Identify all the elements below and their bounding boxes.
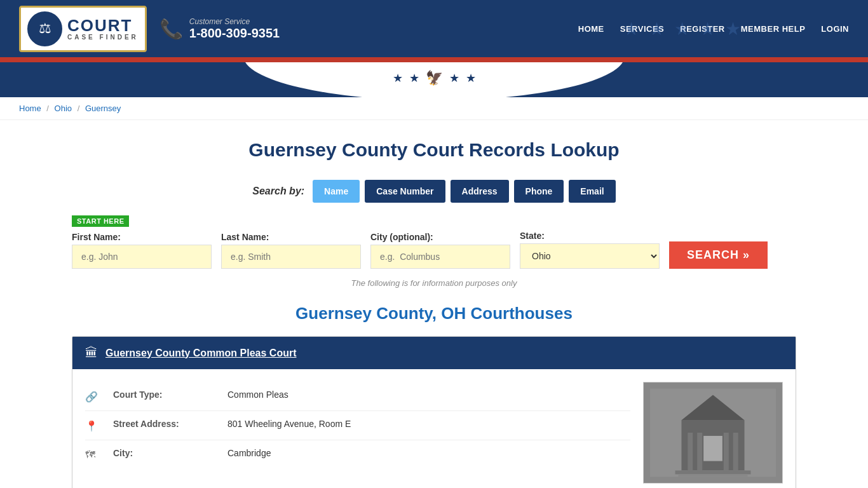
location-icon: 📍 xyxy=(85,420,100,432)
state-select[interactable]: OhioAlabamaAlaskaArizonaArkansasCaliforn… xyxy=(520,243,660,269)
city-group: City (optional): xyxy=(370,232,510,269)
svg-rect-10 xyxy=(679,474,748,477)
start-here-badge: START HERE xyxy=(72,215,129,227)
nav-home[interactable]: HOME xyxy=(578,24,604,34)
search-submit-button[interactable]: SEARCH » xyxy=(669,241,768,269)
svg-rect-6 xyxy=(724,433,729,470)
nav-member-help[interactable]: MEMBER HELP xyxy=(741,24,806,34)
logo[interactable]: ⚖ COURT CASE FINDER xyxy=(19,6,147,52)
svg-rect-7 xyxy=(733,433,738,470)
red-bar xyxy=(0,57,868,62)
header-left: ⚖ COURT CASE FINDER 📞 Customer Service 1… xyxy=(19,6,280,52)
courthouse-header: 🏛 Guernsey County Common Pleas Court xyxy=(72,337,796,369)
courthouse-type-icon: 🔗 xyxy=(85,391,100,403)
breadcrumb-ohio[interactable]: Ohio xyxy=(55,104,72,113)
breadcrumb: Home / Ohio / Guernsey xyxy=(0,97,868,120)
info-row-address: 📍 Street Address: 801 Wheeling Avenue, R… xyxy=(85,411,630,440)
nav-login[interactable]: LOGIN xyxy=(821,24,849,34)
breadcrumb-guernsey[interactable]: Guernsey xyxy=(85,104,121,113)
courthouse-card: 🏛 Guernsey County Common Pleas Court 🔗 C… xyxy=(72,336,796,488)
main-content: Guernsey County Court Records Lookup Sea… xyxy=(53,120,815,488)
last-name-group: Last Name: xyxy=(221,232,361,269)
logo-title: COURT xyxy=(67,17,139,34)
star-icon: ★ xyxy=(674,18,690,39)
court-type-value: Common Pleas xyxy=(227,390,288,400)
courthouse-name-link[interactable]: Guernsey County Common Pleas Court xyxy=(105,348,297,359)
courthouse-image-placeholder xyxy=(644,383,782,483)
svg-rect-4 xyxy=(688,433,693,470)
last-name-input[interactable] xyxy=(221,245,361,269)
city-label: City (optional): xyxy=(370,232,510,242)
cs-text: Customer Service 1-800-309-9351 xyxy=(189,17,280,41)
court-type-label: Court Type: xyxy=(113,390,215,400)
info-row-city: 🗺 City: Cambridge xyxy=(85,440,630,468)
building-icon: 🏛 xyxy=(85,346,98,360)
logo-subtitle: CASE FINDER xyxy=(67,34,139,41)
state-group: State: OhioAlabamaAlaskaArizonaArkansasC… xyxy=(520,231,660,269)
search-by-address[interactable]: Address xyxy=(451,180,509,203)
cs-label: Customer Service xyxy=(189,17,280,26)
star-icon: ★ xyxy=(725,18,741,39)
city-icon: 🗺 xyxy=(85,449,100,461)
first-name-group: First Name: xyxy=(72,232,212,269)
courthouse-image xyxy=(643,382,783,484)
search-by-email[interactable]: Email xyxy=(569,180,615,203)
address-value: 801 Wheeling Avenue, Room E xyxy=(227,419,351,429)
star-icon: ★ xyxy=(700,18,715,39)
scales-icon: ⚖ xyxy=(39,20,51,37)
eagle-icon: 🦅 xyxy=(426,70,443,86)
page-title: Guernsey County Court Records Lookup xyxy=(72,139,796,161)
header-stars: ★ ★ ★ ★ ★ xyxy=(623,0,741,57)
search-by-row: Search by: Name Case Number Address Phon… xyxy=(72,180,796,203)
cs-phone: 1-800-309-9351 xyxy=(189,26,280,41)
search-form-row: First Name: Last Name: City (optional): … xyxy=(72,231,796,269)
state-label: State: xyxy=(520,231,660,241)
courthouses-title: Guernsey County, OH Courthouses xyxy=(72,304,796,323)
star-icon: ★ xyxy=(649,18,665,39)
search-by-case-number[interactable]: Case Number xyxy=(365,180,445,203)
site-header: ★ ★ ★ ★ ★ ⚖ COURT CASE FINDER 📞 Cus xyxy=(0,0,868,97)
logo-text: COURT CASE FINDER xyxy=(67,17,139,41)
star-icon: ★ xyxy=(623,18,639,39)
city-info-label: City: xyxy=(113,448,215,458)
first-name-input[interactable] xyxy=(72,245,212,269)
search-by-name[interactable]: Name xyxy=(313,180,360,203)
last-name-label: Last Name: xyxy=(221,232,361,242)
info-row-court-type: 🔗 Court Type: Common Pleas xyxy=(85,382,630,411)
wave-container: ★ ★ 🦅 ★ ★ xyxy=(0,62,868,97)
svg-rect-9 xyxy=(675,470,751,474)
breadcrumb-separator: / xyxy=(46,104,51,113)
customer-service: 📞 Customer Service 1-800-309-9351 xyxy=(159,17,280,41)
star-icon: ★ xyxy=(393,71,403,85)
svg-rect-5 xyxy=(697,433,702,470)
city-info-value: Cambridge xyxy=(227,448,271,458)
star-icon: ★ xyxy=(449,71,459,85)
logo-emblem: ⚖ xyxy=(27,11,62,46)
search-form-area: START HERE First Name: Last Name: City (… xyxy=(72,215,796,269)
city-input[interactable] xyxy=(370,245,510,269)
search-by-phone[interactable]: Phone xyxy=(514,180,564,203)
courthouse-body: 🔗 Court Type: Common Pleas 📍 Street Addr… xyxy=(72,369,796,488)
address-label: Street Address: xyxy=(113,419,215,429)
phone-icon: 📞 xyxy=(159,18,183,40)
search-by-label: Search by: xyxy=(252,186,304,197)
breadcrumb-home[interactable]: Home xyxy=(19,104,41,113)
courthouse-photo-svg xyxy=(644,382,782,484)
info-note: The following is for information purpose… xyxy=(72,278,796,288)
first-name-label: First Name: xyxy=(72,232,212,242)
svg-rect-8 xyxy=(703,436,722,461)
courthouse-info: 🔗 Court Type: Common Pleas 📍 Street Addr… xyxy=(85,382,630,484)
star-icon: ★ xyxy=(466,71,476,85)
eagle-row: ★ ★ 🦅 ★ ★ xyxy=(393,70,476,86)
breadcrumb-separator: / xyxy=(78,104,82,113)
star-icon: ★ xyxy=(409,71,419,85)
